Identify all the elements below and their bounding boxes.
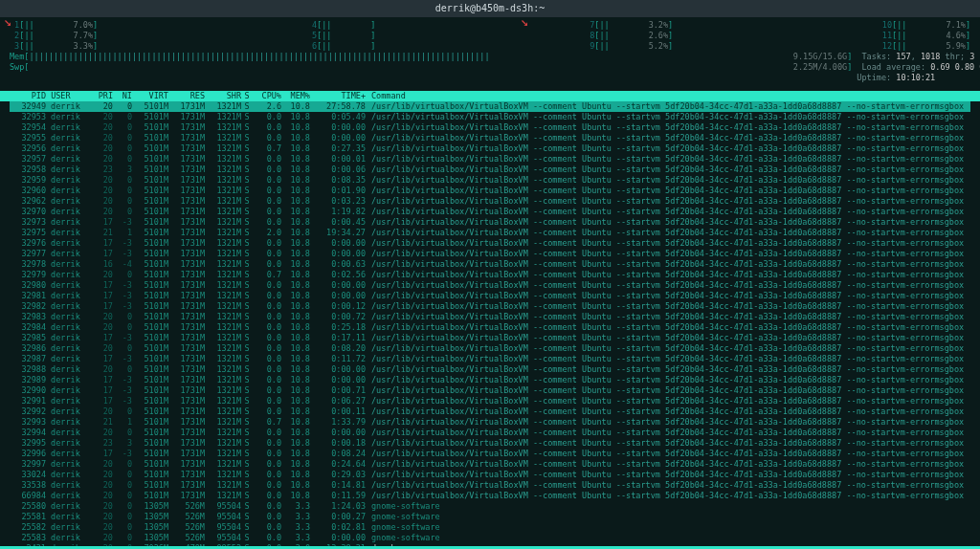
process-row[interactable]: 25582 derrik2001305M526M95504S0.03.30:02…: [10, 522, 970, 533]
column-headers[interactable]: PID USER PRI NI VIRT RES SHR S CPU% MEM%…: [0, 91, 980, 101]
meters-panel: 1[|| 7.0%] 2[|| 7.7%] 3[|| 3.3%] 4[|| ] …: [0, 17, 980, 91]
hdr-time[interactable]: TIME+: [310, 91, 366, 101]
process-row[interactable]: 25583 derrik2001305M526M95504S0.03.30:00…: [10, 533, 970, 543]
process-row[interactable]: 32959 derrik2005101M1731M1321MS0.010.80:…: [10, 175, 970, 186]
hdr-cpu[interactable]: CPU%: [253, 91, 281, 101]
process-row[interactable]: 32988 derrik2005101M1731M1321MS0.010.80:…: [10, 364, 970, 375]
process-row[interactable]: 32980 derrik17-35101M1731M1321MS0.010.80…: [10, 280, 970, 291]
process-row[interactable]: 32956 derrik2005101M1731M1321MS0.710.80:…: [10, 143, 970, 154]
process-row[interactable]: 33024 derrik2005101M1731M1321MS0.010.80:…: [10, 470, 970, 480]
process-row[interactable]: 33538 derrik2005101M1731M1321MS0.010.80:…: [10, 480, 970, 491]
process-row[interactable]: 32960 derrik2005101M1731M1321MS0.010.80:…: [10, 186, 970, 196]
cpu-meter-5: 5[|| ]: [307, 31, 376, 41]
process-row[interactable]: 32957 derrik2005101M1731M1321MS0.010.80:…: [10, 154, 970, 165]
hdr-pri[interactable]: PRI: [90, 91, 113, 101]
hdr-shr[interactable]: SHR: [205, 91, 241, 101]
process-row[interactable]: 32953 derrik2005101M1731M1321MS0.010.80:…: [10, 112, 970, 122]
process-row[interactable]: 32991 derrik17-35101M1731M1321MS0.010.80…: [10, 396, 970, 406]
swp-meter: Swp[ 2.25M/4.00G] Load average: 0.69 0.8…: [10, 62, 970, 73]
hdr-s[interactable]: S: [241, 91, 253, 101]
process-list[interactable]: 32949 derrik2005101M1731M1321MS2.610.827…: [0, 101, 980, 549]
process-row[interactable]: 32949 derrik2005101M1731M1321MS2.610.827…: [10, 101, 970, 112]
process-row[interactable]: 32997 derrik2005101M1731M1321MS0.010.80:…: [10, 459, 970, 470]
process-row[interactable]: 32996 derrik17-35101M1731M1321MS0.010.80…: [10, 449, 970, 459]
cpu-meter-7: 7[|| 3.2%]: [585, 20, 673, 31]
hdr-ni[interactable]: NI: [113, 91, 132, 101]
process-row[interactable]: 32977 derrik17-35101M1731M1321MS0.010.80…: [10, 249, 970, 259]
process-row[interactable]: 32983 derrik2005101M1731M1321MS0.010.80:…: [10, 312, 970, 322]
process-row[interactable]: 32993 derrik2115101M1731M1321MS0.710.81:…: [10, 417, 970, 428]
hdr-mem[interactable]: MEM%: [281, 91, 310, 101]
process-row[interactable]: 32975 derrik2115101M1731M1321MS2.010.819…: [10, 228, 970, 238]
process-row[interactable]: 32979 derrik2005101M1731M1321MS0.710.80:…: [10, 270, 970, 280]
process-row[interactable]: 32989 derrik17-35101M1731M1321MS0.010.80…: [10, 375, 970, 385]
process-row[interactable]: 32986 derrik2005101M1731M1321MS0.010.80:…: [10, 343, 970, 354]
process-row[interactable]: 32995 derrik2335101M1731M1321MS0.010.80:…: [10, 438, 970, 449]
process-row[interactable]: 32981 derrik17-35101M1731M1321MS0.010.80…: [10, 291, 970, 301]
process-row[interactable]: 32992 derrik2005101M1731M1321MS0.010.80:…: [10, 406, 970, 417]
hdr-pid[interactable]: PID: [10, 91, 46, 101]
hdr-cmd[interactable]: Command: [366, 91, 406, 101]
process-row[interactable]: 32954 derrik2005101M1731M1321MS0.010.80:…: [10, 122, 970, 133]
process-row[interactable]: 32976 derrik17-35101M1731M1321MS0.010.80…: [10, 238, 970, 249]
process-row[interactable]: 32962 derrik2005101M1731M1321MS0.010.80:…: [10, 196, 970, 207]
process-row[interactable]: 32970 derrik2005101M1731M1321MS0.010.81:…: [10, 207, 970, 217]
cpu-meter-6: 6[|| ]: [307, 41, 376, 52]
process-row[interactable]: 32973 derrik17-35101M1731M1321MS0.010.80…: [10, 217, 970, 228]
cpu-meter-11: 11[|| 4.6%]: [882, 31, 970, 41]
hdr-res[interactable]: RES: [168, 91, 205, 101]
process-row[interactable]: 32994 derrik2005101M1731M1321MS0.010.80:…: [10, 428, 970, 438]
process-row[interactable]: 32958 derrik2335101M1731M1321MS0.010.80:…: [10, 165, 970, 175]
hdr-user[interactable]: USER: [46, 91, 90, 101]
window-title: derrik@b450m-ds3h:~: [0, 0, 980, 17]
cpu-meter-1: 1[|| 7.0%]: [10, 20, 98, 31]
process-row[interactable]: 32978 derrik16-45101M1731M1321MS0.010.80…: [10, 259, 970, 270]
process-row[interactable]: 32985 derrik17-35101M1731M1321MS0.010.80…: [10, 333, 970, 343]
cpu-meter-8: 8[|| 2.6%]: [585, 31, 673, 41]
cpu-meter-9: 9[|| 5.2%]: [585, 41, 673, 52]
process-row[interactable]: 32984 derrik2005101M1731M1321MS0.010.80:…: [10, 322, 970, 333]
process-row[interactable]: 66984 derrik2005101M1731M1321MS0.010.80:…: [10, 491, 970, 501]
cpu-meter-12: 12[|| 5.9%]: [882, 41, 970, 52]
process-row[interactable]: 25581 derrik2001305M526M95504S0.03.30:00…: [10, 512, 970, 522]
process-row[interactable]: 32955 derrik2005101M1731M1321MS0.010.80:…: [10, 133, 970, 143]
cpu-meter-4: 4[|| ]: [307, 20, 376, 31]
process-row[interactable]: 32982 derrik17-35101M1731M1321MS0.010.80…: [10, 301, 970, 312]
cpu-meter-2: 2[|| 7.7%]: [10, 31, 98, 41]
uptime: Uptime: 10:10:21: [10, 73, 970, 83]
cpu-meter-10: 10[|| 7.1%]: [882, 20, 970, 31]
cpu-meter-3: 3[|| 3.3%]: [10, 41, 98, 52]
mem-meter: Mem[||||||||||||||||||||||||||||||||||||…: [10, 52, 970, 62]
process-row[interactable]: 32987 derrik17-35101M1731M1321MS0.010.80…: [10, 354, 970, 364]
process-row[interactable]: 25580 derrik2001305M526M95504S0.03.31:24…: [10, 501, 970, 512]
hdr-virt[interactable]: VIRT: [132, 91, 168, 101]
process-row[interactable]: 32990 derrik17-35101M1731M1321MS0.010.80…: [10, 385, 970, 396]
